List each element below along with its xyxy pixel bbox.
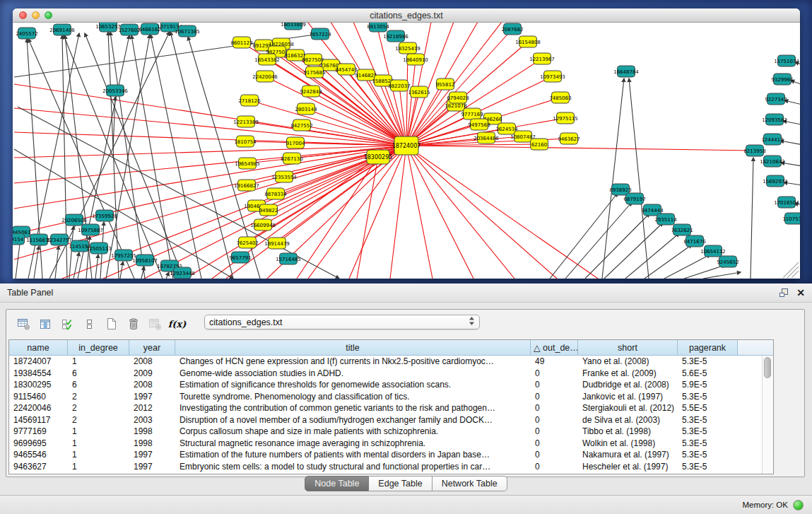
select-columns-button[interactable] <box>59 315 76 333</box>
graph-node[interactable]: 10958107 <box>132 255 158 266</box>
graph-node[interactable]: 9245652 <box>717 256 739 267</box>
column-header-title[interactable]: title <box>175 340 531 356</box>
graph-node[interactable]: 1527602 <box>118 24 140 35</box>
graph-node[interactable]: 9497568 <box>468 119 490 130</box>
column-header-out_degree[interactable]: △ out_de… <box>531 340 578 356</box>
graph-node[interactable]: 2803144 <box>295 103 317 115</box>
graph-node[interactable]: 9175685 <box>303 66 325 78</box>
graph-node[interactable]: 12975115 <box>553 112 578 124</box>
graph-node[interactable]: 7857224 <box>309 28 331 40</box>
column-header-name[interactable]: name <box>9 340 68 356</box>
graph-node[interactable]: 18914479 <box>264 238 290 249</box>
table-row[interactable]: 946362711997Embryonic stem cells: a mode… <box>9 461 763 473</box>
column-header-short[interactable]: short <box>578 340 678 356</box>
graph-node[interactable]: 62160 <box>531 139 548 150</box>
graph-node[interactable]: 8213958 <box>743 145 765 156</box>
table-selector-dropdown[interactable]: citations_edges.txt <box>204 315 480 329</box>
graph-node[interactable]: 9657791 <box>229 252 251 263</box>
graph-node[interactable]: 1107533 <box>782 213 800 224</box>
graph-node[interactable]: 9463627 <box>558 133 579 144</box>
graph-node[interactable]: 12505113 <box>86 243 112 254</box>
graph-node[interactable]: 16543382 <box>254 54 280 65</box>
graph-node[interactable]: 9242848 <box>300 86 322 97</box>
graph-node[interactable]: 16154808 <box>515 36 541 47</box>
graph-node[interactable]: 8813054 <box>367 23 389 32</box>
table-row[interactable]: 1456911722003Disruption of a novel membe… <box>9 414 763 426</box>
network-window-titlebar[interactable]: citations_edges.txt <box>13 8 800 23</box>
row-height-button[interactable] <box>81 315 98 333</box>
graph-node[interactable]: 19654985 <box>235 158 260 169</box>
tab-node-table[interactable]: Node Table <box>305 476 369 491</box>
graph-node[interactable]: 2935114 <box>654 214 677 225</box>
function-builder-button[interactable]: f(x) <box>168 315 186 333</box>
graph-node[interactable]: 8267130 <box>281 153 302 164</box>
table-mode-button[interactable] <box>15 315 33 333</box>
graph-node[interactable]: 1362615 <box>408 86 430 98</box>
table-row[interactable]: 1938455462009Genome-wide association stu… <box>9 368 763 380</box>
cell-short: Tibbo et al. (1998) <box>578 426 678 438</box>
graph-node[interactable]: 6794028 <box>447 92 469 103</box>
table-row[interactable]: 977716911998Corpus callosum shape and si… <box>9 426 763 438</box>
show-columns-button[interactable] <box>37 315 54 333</box>
graph-node[interactable]: 1810754 <box>234 136 257 147</box>
float-panel-icon[interactable] <box>779 288 789 298</box>
graph-node[interactable]: 8601123 <box>230 37 252 48</box>
graph-node[interactable]: 8822037 <box>388 80 410 91</box>
graph-node[interactable]: 10973493 <box>540 71 565 82</box>
graph-node[interactable]: 10975887 <box>78 224 103 235</box>
close-panel-icon[interactable]: ✕ <box>796 288 805 298</box>
graph-node[interactable]: 18724007 <box>392 136 421 155</box>
column-header-in_degree[interactable]: in_degree <box>68 340 129 356</box>
graph-node[interactable]: 10653257 <box>95 23 121 32</box>
graph-node[interactable]: 2405572 <box>16 28 37 39</box>
table-row[interactable]: 911546021997Tourette syndrome. Phenomeno… <box>9 391 763 403</box>
graph-node[interactable]: 18300295 <box>364 150 393 164</box>
graph-node[interactable]: 16609948 <box>250 219 276 230</box>
table-row[interactable]: 969969511998Structural magnetic resonanc… <box>9 438 763 450</box>
graph-node[interactable]: 949822 <box>259 204 278 216</box>
graph-node[interactable]: 9329966 <box>771 74 794 85</box>
graph-node[interactable]: 7632621 <box>671 224 693 235</box>
tab-edge-table[interactable]: Edge Table <box>369 476 432 491</box>
graph-node[interactable]: 15692971 <box>763 175 788 187</box>
graph-node[interactable]: 12923448 <box>170 267 195 279</box>
graph-node[interactable]: 10654112 <box>700 245 726 257</box>
graph-node[interactable]: 16210643 <box>760 156 785 167</box>
graph-node[interactable]: 7485063 <box>549 92 571 103</box>
graph-node[interactable]: 10671385 <box>175 25 200 37</box>
column-header-year[interactable]: year <box>129 340 175 356</box>
graph-node[interactable]: 9777169 <box>461 108 483 119</box>
graph-node[interactable]: 9227343 <box>765 93 787 105</box>
graph-node[interactable]: 39154 <box>13 233 25 245</box>
graph-node[interactable]: 19166827 <box>234 180 259 191</box>
graph-node[interactable]: 1244413 <box>761 134 783 145</box>
graph-node[interactable]: 18325419 <box>395 42 420 54</box>
graph-node[interactable]: 17359928 <box>92 210 117 221</box>
graph-node[interactable]: 15716485 <box>276 253 301 264</box>
table-row[interactable]: 1872400712008Changes of HCN gene express… <box>9 356 763 368</box>
table-scrollbar[interactable] <box>762 356 773 474</box>
graph-node[interactable]: 8454743 <box>335 64 357 75</box>
scrollbar-thumb[interactable] <box>764 357 771 378</box>
create-column-button[interactable] <box>102 315 120 333</box>
graph-node[interactable]: 12213389 <box>233 116 259 127</box>
graph-node[interactable]: 2087682 <box>501 23 523 35</box>
graph-node[interactable]: 8427552 <box>290 119 312 131</box>
graph-node[interactable]: 955812 <box>436 78 455 90</box>
graph-node[interactable]: 12093582 <box>762 114 787 125</box>
table-row[interactable]: 946554611997Estimation of the future num… <box>9 449 763 461</box>
network-canvas[interactable]: 2405572206914061065325715276026466162107… <box>13 23 800 279</box>
graph-node[interactable]: 8878334 <box>264 188 287 199</box>
delete-table-button[interactable] <box>124 315 142 333</box>
table-row[interactable]: 1830029562008Estimation of significance … <box>9 379 763 391</box>
table-row[interactable]: 2242004622012Investigating the contribut… <box>9 402 763 414</box>
graph-node[interactable]: 2718126 <box>238 95 261 106</box>
tab-network-table[interactable]: Network Table <box>433 476 507 491</box>
column-header-pagerank[interactable]: pagerank <box>678 340 738 356</box>
graph-node[interactable]: 8471676 <box>683 235 706 247</box>
graph-node[interactable]: 18640910 <box>403 54 428 65</box>
graph-node[interactable]: 917004 <box>286 137 305 148</box>
graph-node[interactable]: 7625402 <box>236 237 258 248</box>
graph-node[interactable]: 6879197 <box>623 193 645 204</box>
graph-node[interactable]: 12213967 <box>529 53 555 64</box>
